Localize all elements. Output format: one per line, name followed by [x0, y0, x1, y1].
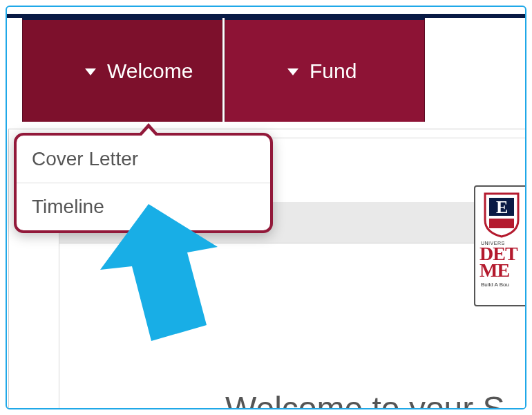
- svg-marker-3: [100, 204, 218, 341]
- instructional-arrow-icon: [100, 204, 252, 366]
- chevron-down-icon: [287, 68, 298, 75]
- logo-line2: ME: [475, 262, 526, 279]
- tab-welcome[interactable]: Welcome: [22, 18, 222, 122]
- shield-icon: E: [482, 192, 521, 238]
- menu-item-label: Timeline: [32, 196, 104, 217]
- chevron-down-icon: [85, 68, 96, 75]
- nav-tabs: Welcome Fund: [22, 18, 526, 122]
- menu-item-label: Cover Letter: [32, 148, 138, 169]
- university-logo-badge: E UNIVERS DET ME Build A Bou: [474, 185, 526, 306]
- tab-fund[interactable]: Fund: [225, 18, 425, 122]
- svg-text:E: E: [496, 197, 508, 217]
- window-frame: Welcome Fund Welcome to your S E UNIVERS…: [6, 6, 526, 409]
- svg-rect-2: [489, 219, 514, 228]
- menu-item-cover-letter[interactable]: Cover Letter: [17, 136, 270, 183]
- page-title: Welcome to your S: [225, 389, 505, 409]
- tab-label: Fund: [310, 59, 357, 83]
- tab-label: Welcome: [107, 59, 193, 83]
- dropdown-arrow-inner-icon: [141, 128, 156, 136]
- logo-tagline: Build A Bou: [475, 282, 526, 288]
